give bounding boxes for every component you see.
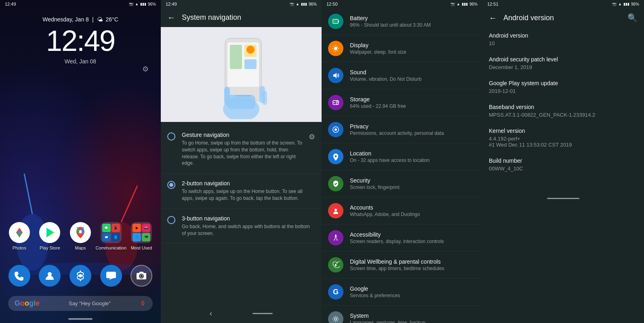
threebutton-nav-option[interactable]: 3-button navigation Go back, Home, and s… bbox=[161, 209, 322, 244]
settings-gear-icon[interactable]: ⚙ bbox=[142, 65, 149, 73]
app-playstore[interactable]: Play Store bbox=[36, 222, 64, 250]
display-title: Display bbox=[350, 42, 476, 48]
svg-rect-17 bbox=[230, 45, 242, 69]
svg-marker-31 bbox=[333, 73, 337, 78]
android-version-value: 10 bbox=[489, 40, 638, 46]
storage-title: Storage bbox=[350, 96, 476, 103]
cam-icon-android: 📷 bbox=[612, 2, 617, 6]
google-play-label: Google Play system update bbox=[489, 80, 638, 86]
display-sub: Wallpaper, sleep, font size bbox=[350, 49, 476, 55]
svg-rect-26 bbox=[262, 91, 267, 105]
contacts-dock-btn[interactable] bbox=[39, 265, 61, 287]
svg-marker-6 bbox=[46, 228, 55, 237]
gesture-nav-radio[interactable] bbox=[167, 132, 175, 141]
settings-sound[interactable]: Sound Volume, vibration, Do Not Disturb bbox=[322, 62, 482, 89]
security-settings-icon bbox=[328, 176, 343, 191]
kernel-value: 4.4.192-perf+ #1 Wed Dec 11 13:53:02 CST… bbox=[489, 136, 638, 148]
wellbeing-text: Digital Wellbeing & parental controls Sc… bbox=[350, 258, 476, 271]
photos-icon bbox=[9, 222, 30, 243]
settings-dock-btn[interactable] bbox=[69, 265, 91, 287]
android-header: ← Android version 🔍 bbox=[482, 8, 644, 27]
gesture-settings-icon[interactable]: ⚙ bbox=[309, 132, 315, 141]
weather-icon: 🌤 bbox=[97, 16, 103, 23]
system-sub: Languages, gestures, time, backup bbox=[350, 320, 476, 323]
build-item: Build number 00WW_4_10C bbox=[489, 157, 638, 172]
svg-point-38 bbox=[335, 128, 337, 131]
threebutton-nav-text: 3-button navigation Go back, Home, and s… bbox=[182, 215, 315, 237]
wallpaper-artwork bbox=[0, 162, 161, 275]
settings-accessibility[interactable]: Accessibility Screen readers, display, i… bbox=[322, 224, 482, 252]
settings-privacy[interactable]: Privacy Permissions, account activity, p… bbox=[322, 116, 482, 143]
settings-storage[interactable]: Storage 64% used - 22.94 GB free bbox=[322, 89, 482, 116]
home-indicator bbox=[68, 318, 93, 320]
android-back-button[interactable]: ← bbox=[489, 13, 497, 23]
twobutton-nav-option[interactable]: 2-button navigation To switch apps, swip… bbox=[161, 174, 322, 209]
android-version-panel: 12:51 📷 ▲ ▮▮▮ 96% ← Android version 🔍 An… bbox=[482, 0, 644, 323]
google-play-item: Google Play system update 2019-12-01 bbox=[489, 80, 638, 94]
battery-text-home: 96% bbox=[148, 2, 156, 6]
maps-icon bbox=[70, 222, 91, 243]
svg-rect-28 bbox=[334, 20, 337, 23]
mic-icon[interactable]: 🎙 bbox=[140, 300, 146, 307]
settings-system[interactable]: System Languages, gestures, time, backup bbox=[322, 306, 482, 323]
playstore-label: Play Store bbox=[40, 245, 60, 250]
build-label: Build number bbox=[489, 157, 638, 164]
signal-android: ▮▮▮ bbox=[623, 2, 629, 6]
threebutton-nav-radio[interactable] bbox=[167, 216, 175, 224]
back-nav-btn[interactable]: ‹ bbox=[210, 309, 212, 318]
location-title: Location bbox=[350, 150, 476, 157]
google-settings-icon: G bbox=[328, 284, 343, 300]
accessibility-title: Accessibility bbox=[350, 231, 476, 238]
location-sub: On - 32 apps have access to location bbox=[350, 157, 476, 163]
settings-wellbeing[interactable]: Digital Wellbeing & parental controls Sc… bbox=[322, 252, 482, 279]
accessibility-sub: Screen readers, display, interaction con… bbox=[350, 239, 476, 244]
baseband-item: Baseband version MPSS.AT.3.1-00822_GEN_P… bbox=[489, 104, 638, 118]
security-text: Security Screen lock, fingerprint bbox=[350, 177, 476, 190]
location-text: Location On - 32 apps have access to loc… bbox=[350, 150, 476, 163]
settings-display[interactable]: Display Wallpaper, sleep, font size bbox=[322, 35, 482, 62]
app-photos[interactable]: Photos bbox=[5, 222, 34, 250]
settings-location[interactable]: Location On - 32 apps have access to loc… bbox=[322, 143, 482, 170]
big-clock: 12:49 bbox=[0, 24, 161, 57]
most-mini4: 🗺 bbox=[142, 233, 150, 241]
settings-accounts[interactable]: Accounts WhatsApp, Adobe, and Duolingo bbox=[322, 197, 482, 224]
system-title: System bbox=[350, 313, 476, 319]
svg-point-39 bbox=[335, 155, 337, 157]
wifi-icon-home: ▲ bbox=[135, 2, 139, 6]
wellbeing-sub: Screen time, app timers, bedtime schedul… bbox=[350, 266, 476, 271]
twobutton-nav-radio[interactable] bbox=[167, 181, 175, 189]
app-maps[interactable]: Maps bbox=[66, 222, 95, 250]
google-search-bar[interactable]: Google Say "Hey Google" 🎙 bbox=[8, 296, 153, 311]
svg-marker-8 bbox=[77, 227, 79, 234]
accessibility-settings-icon bbox=[328, 230, 343, 245]
comm-mini3: 📨 bbox=[102, 233, 111, 241]
home-screen: 12:49 📷 ▲ ▮▮▮ 96% Wednesday, Jan 8 | 🌤 2… bbox=[0, 0, 161, 323]
camera-indicator: 📷 bbox=[129, 2, 133, 6]
google-text: Google Services & preferences bbox=[350, 285, 476, 298]
most-mini1: ▶ bbox=[133, 224, 141, 232]
mostused-label: Most Used bbox=[131, 245, 152, 250]
home-pill[interactable] bbox=[253, 313, 273, 314]
android-panel-title: Android version bbox=[503, 14, 621, 22]
app-communication[interactable]: 💬 📱 📨 📘 Communication bbox=[97, 222, 125, 250]
settings-battery[interactable]: Battery 96% - Should last until about 3:… bbox=[322, 8, 482, 35]
baseband-label: Baseband version bbox=[489, 104, 638, 110]
svg-line-3 bbox=[121, 186, 137, 222]
twobutton-radio-fill bbox=[169, 183, 173, 187]
accounts-text: Accounts WhatsApp, Adobe, and Duolingo bbox=[350, 204, 476, 217]
google-play-value: 2019-12-01 bbox=[489, 88, 638, 94]
camera-dock-btn[interactable] bbox=[130, 265, 152, 287]
phone-dock-btn[interactable] bbox=[8, 265, 30, 287]
back-button[interactable]: ← bbox=[167, 13, 175, 22]
svg-rect-29 bbox=[338, 21, 339, 22]
search-android-button[interactable]: 🔍 bbox=[627, 13, 638, 23]
android-version-label: Android version bbox=[489, 32, 638, 39]
privacy-text: Privacy Permissions, account activity, p… bbox=[350, 123, 476, 136]
gesture-nav-option[interactable]: Gesture navigation To go Home, swipe up … bbox=[161, 125, 322, 174]
messages-dock-btn[interactable] bbox=[100, 265, 122, 287]
twobutton-nav-title: 2-button navigation bbox=[182, 180, 315, 187]
whatsapp-mini: 💬 bbox=[102, 224, 111, 232]
settings-google[interactable]: G Google Services & preferences bbox=[322, 279, 482, 306]
app-mostused[interactable]: ▶ 📸 🎵 🗺 Most Used bbox=[127, 222, 156, 250]
settings-security[interactable]: Security Screen lock, fingerprint bbox=[322, 170, 482, 197]
